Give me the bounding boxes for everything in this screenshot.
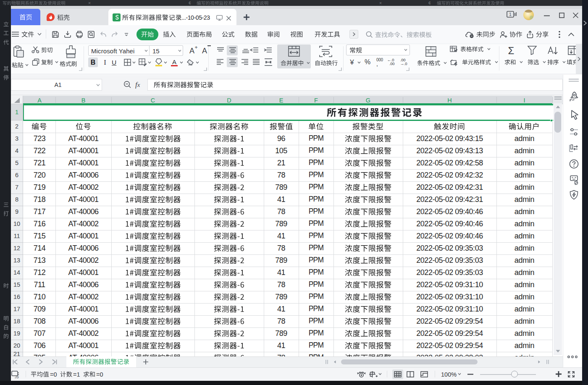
svg-text:1: 1 <box>509 12 512 17</box>
svg-text:JS: JS <box>14 375 19 379</box>
